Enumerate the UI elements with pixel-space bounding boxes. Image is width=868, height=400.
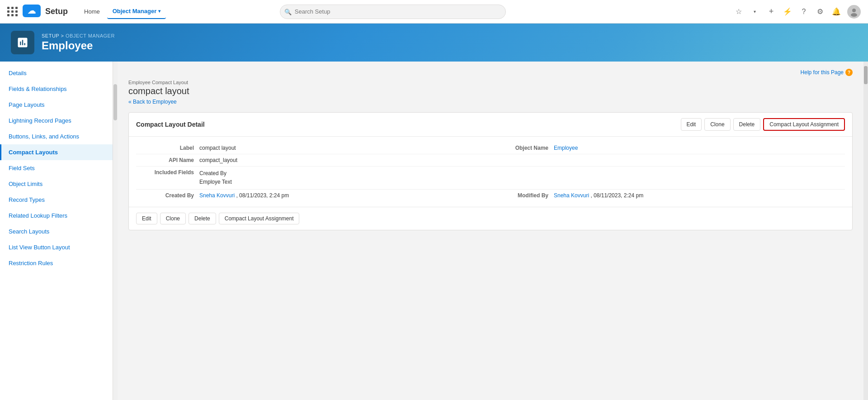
nav-home[interactable]: Home	[79, 5, 105, 19]
sidebar-item-list-view-button-layout[interactable]: List View Button Layout	[0, 239, 113, 255]
sidebar-item-fields-relationships[interactable]: Fields & Relationships	[0, 81, 113, 97]
modified-by-value: Sneha Kovvuri , 08/11/2023, 2:24 pm	[554, 192, 845, 199]
modified-by-link[interactable]: Sneha Kovvuri	[554, 192, 589, 199]
btn-group-top: Edit Clone Delete Compact Layout Assignm…	[681, 118, 845, 131]
object-name-label: Object Name	[491, 145, 554, 151]
table-row: Included Fields Created By Employe Text	[136, 167, 845, 190]
breadcrumb: SETUP > OBJECT MANAGER	[42, 33, 115, 38]
delete-button-bottom[interactable]: Delete	[189, 213, 216, 224]
edit-button-top[interactable]: Edit	[681, 118, 702, 131]
avatar[interactable]	[847, 5, 861, 19]
app-name: Setup	[45, 7, 68, 16]
created-by-label: Created By	[136, 192, 199, 199]
object-name-value: Employee	[554, 145, 845, 151]
sidebar-item-restriction-rules[interactable]: Restriction Rules	[0, 255, 113, 271]
page-section-title: Employee Compact Layout	[128, 80, 853, 85]
svg-text:☁: ☁	[28, 6, 36, 15]
table-row: Created By Sneha Kovvuri , 08/11/2023, 2…	[136, 190, 845, 201]
salesforce-logo[interactable]: ☁	[23, 5, 41, 19]
top-nav: ☁ Setup Home Object Manager ▾ 🔍 ☆ ▾ + ⚡ …	[0, 0, 868, 24]
dropdown-icon[interactable]: ▾	[750, 6, 760, 17]
back-link[interactable]: « Back to Employee	[128, 99, 177, 105]
app-launcher-icon[interactable]	[7, 7, 18, 16]
object-icon-box	[11, 31, 34, 54]
svg-point-2	[852, 9, 856, 12]
included-fields-value: Created By Employe Text	[199, 169, 491, 186]
help-icon[interactable]: ?	[798, 6, 809, 17]
search-icon: 🔍	[284, 8, 292, 15]
table-row: Label compact layout Object Name Employe…	[136, 142, 845, 154]
svg-point-3	[851, 13, 857, 17]
top-nav-right: ☆ ▾ + ⚡ ? ⚙ 🔔	[733, 5, 861, 19]
compact-layout-assignment-button-bottom[interactable]: Compact Layout Assignment	[219, 213, 300, 224]
lightning-icon[interactable]: ⚡	[782, 6, 793, 17]
label-field-label: Label	[136, 145, 199, 151]
created-by-value: Sneha Kovvuri , 08/11/2023, 2:24 pm	[199, 192, 491, 199]
help-circle-icon: ?	[845, 69, 853, 76]
btn-group-bottom: Edit Clone Delete Compact Layout Assignm…	[129, 207, 852, 230]
page-main-title: compact layout	[128, 86, 853, 96]
api-name-label: API Name	[136, 157, 199, 163]
gear-icon[interactable]: ⚙	[815, 6, 826, 17]
detail-card: Compact Layout Detail Edit Clone Delete …	[128, 112, 853, 230]
sidebar-item-buttons-links-actions[interactable]: Buttons, Links, and Actions	[0, 129, 113, 144]
content-panel: Help for this Page ? Employee Compact La…	[118, 62, 863, 400]
label-field-value: compact layout	[199, 145, 491, 151]
sidebar-container: Details Fields & Relationships Page Layo…	[0, 62, 118, 400]
breadcrumb-object-manager-link[interactable]: OBJECT MANAGER	[66, 33, 115, 38]
nav-links: Home Object Manager ▾	[79, 4, 166, 19]
star-icon[interactable]: ☆	[733, 6, 744, 17]
detail-table: Label compact layout Object Name Employe…	[129, 137, 852, 207]
created-by-date: , 08/11/2023, 2:24 pm	[236, 192, 289, 199]
included-fields-label: Included Fields	[136, 169, 199, 176]
detail-card-header: Compact Layout Detail Edit Clone Delete …	[129, 113, 852, 137]
search-input[interactable]	[280, 5, 506, 19]
object-title: Employee	[42, 39, 115, 52]
help-link-area: Help for this Page ?	[128, 69, 853, 80]
bell-icon[interactable]: 🔔	[831, 6, 842, 17]
detail-card-title: Compact Layout Detail	[136, 121, 205, 128]
compact-layout-assignment-button-top[interactable]: Compact Layout Assignment	[763, 118, 845, 131]
nav-object-manager[interactable]: Object Manager ▾	[107, 4, 166, 19]
sidebar-scrollbar-thumb	[113, 84, 117, 120]
delete-button-top[interactable]: Delete	[733, 118, 761, 131]
nav-object-manager-arrow: ▾	[158, 9, 160, 14]
sidebar-item-page-layouts[interactable]: Page Layouts	[0, 97, 113, 113]
api-name-value: compact_layout	[199, 157, 491, 163]
sidebar-scrollbar[interactable]	[113, 62, 118, 400]
right-scrollbar-thumb	[864, 66, 868, 84]
sidebar-item-search-layouts[interactable]: Search Layouts	[0, 224, 113, 239]
sidebar-item-field-sets[interactable]: Field Sets	[0, 160, 113, 176]
sidebar-item-compact-layouts[interactable]: Compact Layouts	[0, 144, 113, 160]
sidebar: Details Fields & Relationships Page Layo…	[0, 62, 113, 400]
clone-button-bottom[interactable]: Clone	[160, 213, 186, 224]
clone-button-top[interactable]: Clone	[704, 118, 730, 131]
object-header-band: SETUP > OBJECT MANAGER Employee	[0, 24, 868, 62]
object-name-link[interactable]: Employee	[554, 145, 578, 151]
sidebar-item-record-types[interactable]: Record Types	[0, 192, 113, 208]
main-content: Details Fields & Relationships Page Layo…	[0, 62, 868, 400]
sidebar-item-related-lookup-filters[interactable]: Related Lookup Filters	[0, 208, 113, 224]
modified-by-label: Modified By	[491, 192, 554, 199]
sidebar-item-lightning-record-pages[interactable]: Lightning Record Pages	[0, 113, 113, 129]
edit-button-bottom[interactable]: Edit	[136, 213, 157, 224]
sidebar-item-object-limits[interactable]: Object Limits	[0, 176, 113, 192]
sidebar-item-details[interactable]: Details	[0, 65, 113, 81]
object-header-text: SETUP > OBJECT MANAGER Employee	[42, 33, 115, 52]
right-scrollbar[interactable]	[863, 62, 868, 400]
created-by-link[interactable]: Sneha Kovvuri	[199, 192, 235, 199]
table-row: API Name compact_layout	[136, 154, 845, 167]
search-bar: 🔍	[280, 5, 506, 19]
help-for-page-link[interactable]: Help for this Page ?	[801, 69, 853, 76]
modified-by-date: , 08/11/2023, 2:24 pm	[590, 192, 643, 199]
add-icon[interactable]: +	[766, 6, 777, 17]
